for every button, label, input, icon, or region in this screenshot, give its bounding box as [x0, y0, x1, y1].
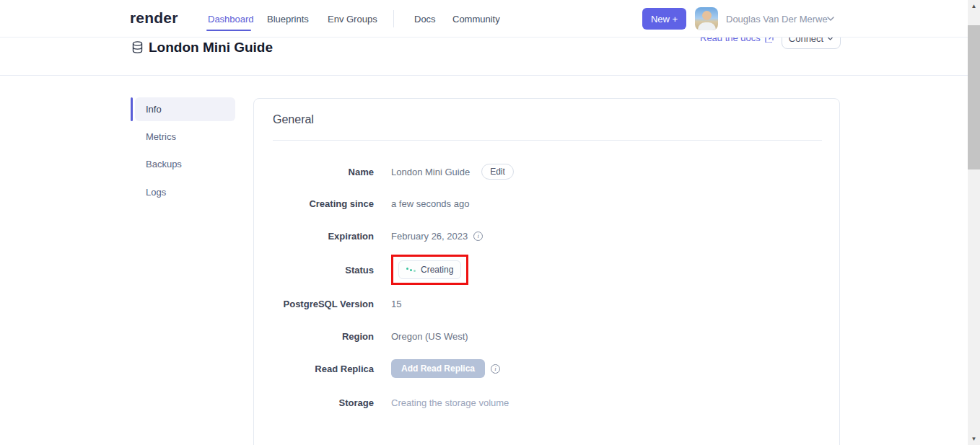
- field-row-read-replica: Read Replica Add Read Replica i: [273, 358, 821, 379]
- field-row-creating-since: Creating since a few seconds ago: [273, 193, 821, 214]
- render-logo[interactable]: render: [130, 9, 178, 27]
- field-label: PostgreSQL Version: [273, 299, 374, 309]
- nav-community[interactable]: Community: [452, 14, 500, 25]
- loading-dots-icon: [406, 267, 416, 273]
- status-badge: Creating: [398, 260, 461, 279]
- info-icon[interactable]: i: [491, 364, 500, 374]
- section-heading: General: [273, 113, 314, 126]
- edit-button[interactable]: Edit: [481, 164, 514, 180]
- field-row-expiration: Expiration February 26, 2023 i: [273, 225, 821, 247]
- field-label: Read Replica: [273, 364, 374, 374]
- scroll-down-arrow[interactable]: ▼: [968, 433, 980, 445]
- connect-button[interactable]: Connect: [782, 38, 841, 49]
- field-label: Storage: [273, 397, 374, 408]
- field-label: Name: [273, 167, 374, 177]
- chevron-down-icon: [827, 38, 834, 42]
- nav-divider: [393, 10, 394, 27]
- sidebar-item-logs[interactable]: Logs: [135, 180, 235, 204]
- read-the-docs-link[interactable]: Read the docs: [700, 38, 774, 43]
- section-divider: [273, 140, 822, 141]
- field-label: Region: [273, 331, 374, 342]
- add-read-replica-button: Add Read Replica: [391, 359, 485, 378]
- field-row-name: Name London Mini Guide Edit: [273, 161, 821, 182]
- nav-docs[interactable]: Docs: [414, 14, 436, 25]
- field-value: Creating the storage volume: [391, 397, 509, 408]
- field-value: Oregon (US West): [391, 331, 468, 342]
- field-label: Expiration: [273, 231, 374, 242]
- field-row-postgresql-version: PostgreSQL Version 15: [273, 293, 821, 314]
- field-value: London Mini Guide: [391, 167, 470, 177]
- avatar[interactable]: [695, 7, 718, 30]
- field-label: Status: [273, 265, 374, 276]
- vertical-scrollbar[interactable]: ▲ ▼: [968, 0, 980, 445]
- nav-env-groups[interactable]: Env Groups: [328, 14, 377, 25]
- sidebar-item-backups[interactable]: Backups: [135, 152, 235, 176]
- field-row-storage: Storage Creating the storage volume: [273, 392, 821, 413]
- sidebar-item-metrics[interactable]: Metrics: [135, 125, 235, 149]
- nav-blueprints[interactable]: Blueprints: [267, 14, 309, 25]
- app-window: render Dashboard Blueprints Env Groups D…: [0, 0, 980, 445]
- top-navbar: render Dashboard Blueprints Env Groups D…: [0, 0, 968, 38]
- scroll-up-arrow[interactable]: ▲: [968, 0, 980, 12]
- active-tab-underline: [206, 30, 251, 31]
- user-name: Douglas Van Der Merwe: [726, 14, 828, 25]
- field-value: 15: [391, 299, 401, 309]
- database-icon: [132, 41, 143, 54]
- external-link-icon: [765, 38, 774, 43]
- sidebar-active-indicator: [131, 97, 133, 121]
- annotation-red-box: Creating: [391, 255, 468, 285]
- field-value: a few seconds ago: [391, 198, 469, 209]
- chevron-down-icon[interactable]: [826, 14, 835, 23]
- field-value: February 26, 2023: [391, 231, 468, 242]
- new-button[interactable]: New +: [642, 8, 686, 30]
- field-label: Creating since: [273, 198, 374, 209]
- sidebar-item-info[interactable]: Info: [135, 97, 235, 121]
- general-panel: General Name London Mini Guide Edit Crea…: [253, 98, 840, 445]
- scrollbar-thumb[interactable]: [968, 25, 980, 169]
- page-title: London Mini Guide: [149, 40, 273, 56]
- page-header: London Mini Guide Read the docs Connect: [0, 38, 968, 76]
- field-row-status: Status Creating: [273, 254, 821, 286]
- info-icon[interactable]: i: [473, 232, 483, 241]
- field-row-region: Region Oregon (US West): [273, 325, 821, 347]
- nav-dashboard[interactable]: Dashboard: [208, 14, 254, 25]
